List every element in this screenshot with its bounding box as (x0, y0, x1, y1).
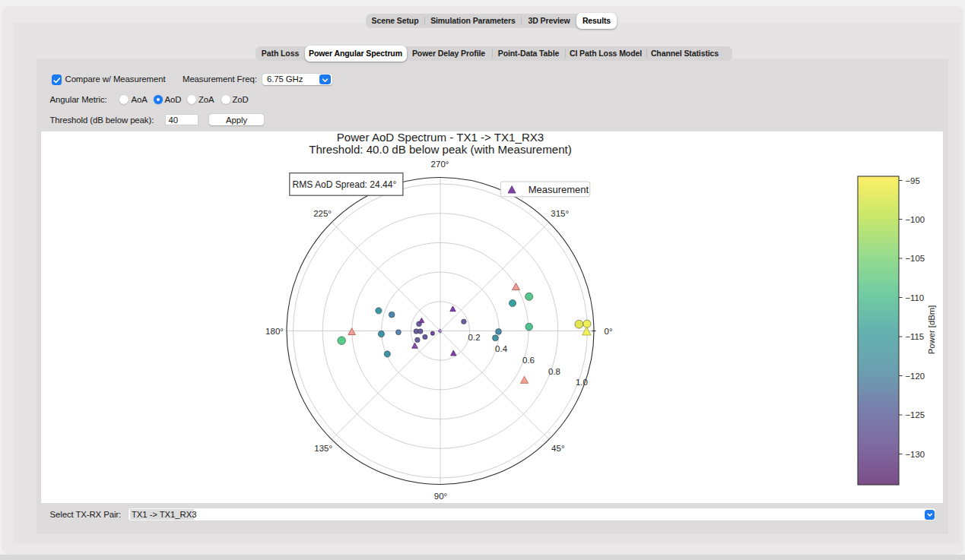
svg-text:Power [dBm]: Power [dBm] (927, 305, 936, 355)
svg-text:0°: 0° (605, 327, 613, 336)
svg-text:45°: 45° (551, 444, 564, 453)
svg-text:−130: −130 (906, 450, 925, 459)
svg-text:−110: −110 (906, 293, 925, 302)
svg-text:135°: 135° (314, 444, 332, 453)
svg-text:−105: −105 (906, 254, 925, 263)
svg-text:−100: −100 (906, 215, 925, 224)
svg-text:180°: 180° (265, 327, 284, 336)
svg-text:270°: 270° (431, 160, 449, 169)
svg-text:−125: −125 (906, 410, 925, 419)
svg-text:0.2: 0.2 (468, 333, 481, 342)
svg-text:RMS AoD Spread: 24.44°: RMS AoD Spread: 24.44° (293, 179, 397, 190)
svg-text:315°: 315° (551, 209, 569, 218)
svg-text:0.6: 0.6 (522, 356, 535, 365)
svg-text:−115: −115 (906, 332, 925, 341)
svg-text:Power AoD Spectrum - TX1 -> TX: Power AoD Spectrum - TX1 -> TX1_RX3 (337, 131, 544, 144)
svg-text:Measurement: Measurement (529, 184, 589, 195)
svg-text:1.0: 1.0 (576, 378, 588, 387)
svg-text:225°: 225° (313, 209, 332, 218)
svg-text:90°: 90° (434, 492, 447, 501)
svg-text:Threshold: 40.0 dB below peak: Threshold: 40.0 dB below peak (with Meas… (309, 143, 572, 156)
svg-text:−95: −95 (906, 176, 920, 185)
svg-text:0.8: 0.8 (548, 367, 560, 376)
svg-text:−120: −120 (906, 372, 925, 381)
svg-text:0.4: 0.4 (495, 344, 508, 353)
